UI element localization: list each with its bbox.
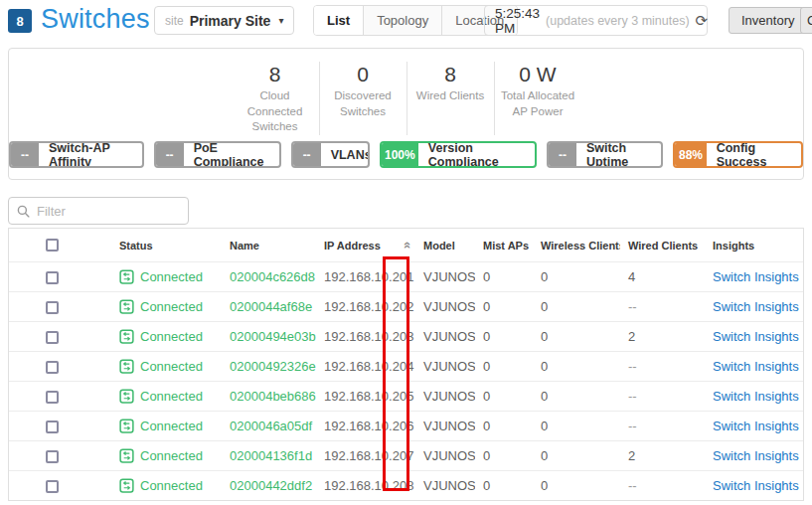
claim-button[interactable]: C [800,7,812,34]
switch-insights-link[interactable]: Switch Insights [713,269,799,284]
switch-name-link[interactable]: 02000442ddf2 [222,478,316,493]
table-row[interactable]: Connected 02000492326e 192.168.10.204 VJ… [9,351,803,381]
page-title: Switches [41,4,150,35]
wireless-clients: 0 [533,389,620,404]
row-checkbox[interactable] [46,301,59,314]
model: VJUNOS [415,299,475,314]
stat-ap-power: 0 W Total Allocated AP Power [494,62,581,135]
status-text: Connected [140,269,203,284]
badge-value: 88% [675,143,706,166]
badge-version-compliance[interactable]: 100% Version Compliance [380,141,537,168]
table-row[interactable]: Connected 0200046a05df 192.168.10.206 VJ… [9,411,803,440]
table-row[interactable]: Connected 020004beb686 192.168.10.205 VJ… [9,381,803,411]
sort-ascending-icon[interactable]: « [402,242,414,249]
row-checkbox[interactable] [46,361,59,374]
stats-row: 8 Cloud Connected Switches 0 Discovered … [9,62,803,135]
badge-label: PoE Compliance [184,143,279,166]
col-header-wireless-clients[interactable]: Wireless Clients [533,240,620,252]
col-header-insights[interactable]: Insights [705,240,803,252]
summary-card: 8 Cloud Connected Switches 0 Discovered … [8,48,804,180]
switch-name-link[interactable]: 020004beb686 [222,389,316,404]
col-header-mist-aps[interactable]: Mist APs [475,240,533,252]
switch-name-link[interactable]: 020004c626d8 [222,269,316,284]
ip-address: 192.168.10.206 [316,419,415,433]
col-header-ip[interactable]: IP Address « [316,239,415,252]
switch-insights-link[interactable]: Switch Insights [713,478,799,493]
status-text: Connected [140,359,203,374]
stat-label: Total Allocated AP Power [499,88,577,119]
switch-name-link[interactable]: 02000492326e [222,359,316,374]
status-text: Connected [140,478,203,493]
row-checkbox[interactable] [46,331,59,344]
switch-name-link[interactable]: 020004136f1d [222,448,316,463]
wireless-clients: 0 [533,299,620,314]
filter-box [8,197,189,225]
wired-clients: -- [620,299,705,314]
badge-label: Version Compliance [418,143,535,166]
status-text: Connected [140,389,203,404]
table-row[interactable]: Connected 02000442ddf2 192.168.10.208 VJ… [9,470,803,500]
col-header-wired-clients[interactable]: Wired Clients [620,240,705,252]
row-checkbox[interactable] [46,421,59,433]
wireless-clients: 0 [533,359,620,374]
select-all-checkbox[interactable] [46,239,59,252]
row-checkbox[interactable] [46,391,59,404]
filter-input[interactable] [37,204,180,219]
compliance-badges-row: -- Switch-AP Affinity -- PoE Compliance … [9,141,803,168]
badge-value: -- [156,143,184,166]
site-selector[interactable]: site Primary Site ▾ [154,6,294,35]
wired-clients: -- [620,359,705,374]
wireless-clients: 0 [533,269,620,284]
badge-switch-ap-affinity[interactable]: -- Switch-AP Affinity [9,141,144,168]
tab-topology[interactable]: Topology [364,6,442,35]
switch-status-icon [119,478,134,493]
refresh-icon[interactable]: ⟳ [696,13,709,28]
switch-insights-link[interactable]: Switch Insights [713,359,799,374]
model: VJUNOS [415,359,475,374]
badge-config-success[interactable]: 88% Config Success [673,141,803,168]
ip-address: 192.168.10.205 [316,389,415,404]
switch-status-icon [119,299,134,314]
model: VJUNOS [415,478,475,493]
update-interval-note: (updates every 3 minutes) [546,14,690,28]
switch-name-link[interactable]: 0200044af68e [222,299,316,314]
badge-value: -- [549,143,576,166]
mist-aps: 0 [475,478,533,493]
switch-insights-link[interactable]: Switch Insights [713,299,799,314]
table-row[interactable]: Connected 020004c626d8 192.168.10.201 VJ… [9,261,803,291]
switch-insights-link[interactable]: Switch Insights [713,389,799,404]
ip-address: 192.168.10.207 [316,448,415,463]
stat-discovered: 0 Discovered Switches [319,62,406,135]
row-checkbox[interactable] [46,480,59,493]
wired-clients: 4 [620,269,705,284]
switch-insights-link[interactable]: Switch Insights [713,419,799,433]
stat-value: 0 W [499,62,577,86]
switch-insights-link[interactable]: Switch Insights [713,329,799,344]
switch-name-link[interactable]: 02000494e03b [222,329,316,344]
switch-table: Status Name IP Address « Model Mist APs … [8,228,804,501]
inventory-button[interactable]: Inventory [729,7,807,34]
badge-poe-compliance[interactable]: -- PoE Compliance [154,141,281,168]
switch-insights-link[interactable]: Switch Insights [713,448,799,463]
stat-label: Cloud Connected Switches [236,88,315,135]
col-header-model[interactable]: Model [415,240,475,252]
table-row[interactable]: Connected 0200044af68e 192.168.10.202 VJ… [9,291,803,321]
table-row[interactable]: Connected 020004136f1d 192.168.10.207 VJ… [9,440,803,470]
badge-switch-uptime[interactable]: -- Switch Uptime [547,141,663,168]
status-text: Connected [140,419,203,433]
table-row[interactable]: Connected 02000494e03b 192.168.10.203 VJ… [9,321,803,351]
row-checkbox[interactable] [46,450,59,463]
switch-name-link[interactable]: 0200046a05df [222,419,316,433]
badge-vlans[interactable]: -- VLANs [291,141,370,168]
tab-list[interactable]: List [314,6,364,35]
badge-value: 100% [382,143,418,166]
col-header-status[interactable]: Status [111,240,222,252]
ip-address: 192.168.10.201 [316,269,415,284]
stat-label: Wired Clients [411,88,490,104]
row-checkbox[interactable] [46,271,59,284]
switch-status-icon [119,389,134,404]
model: VJUNOS [415,448,475,463]
mist-aps: 0 [475,329,533,344]
stat-cloud-connected: 8 Cloud Connected Switches [232,62,319,135]
col-header-name[interactable]: Name [222,240,316,252]
